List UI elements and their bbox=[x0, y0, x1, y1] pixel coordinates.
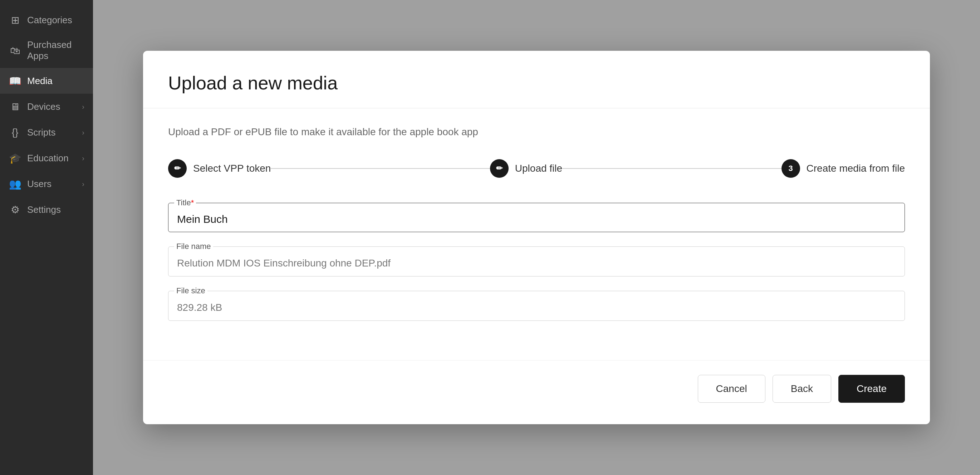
scripts-icon: {} bbox=[9, 126, 21, 139]
step-2-icon: ✏ bbox=[496, 164, 503, 173]
step-connector-1 bbox=[271, 168, 490, 169]
devices-chevron-icon: › bbox=[82, 103, 84, 111]
form-group-title: Title* bbox=[168, 203, 905, 232]
sidebar-label-categories: Categories bbox=[27, 15, 72, 26]
step-3-number: 3 bbox=[788, 164, 792, 173]
purchased-apps-icon: 🛍 bbox=[9, 44, 21, 57]
sidebar-item-scripts[interactable]: {} Scripts › bbox=[0, 119, 93, 145]
sidebar-label-media: Media bbox=[27, 75, 52, 87]
step-connector-2 bbox=[562, 168, 781, 169]
dialog-backdrop: Upload a new media Upload a PDF or ePUB … bbox=[93, 0, 980, 475]
step-2-label: Upload file bbox=[515, 163, 562, 174]
title-input[interactable] bbox=[177, 210, 896, 227]
back-button[interactable]: Back bbox=[773, 375, 831, 403]
step-2-circle: ✏ bbox=[490, 159, 509, 178]
sidebar-item-media[interactable]: 📖 Media bbox=[0, 68, 93, 94]
sidebar-label-devices: Devices bbox=[27, 101, 60, 112]
scripts-chevron-icon: › bbox=[82, 129, 84, 137]
modal-title: Upload a new media bbox=[168, 72, 905, 94]
media-icon: 📖 bbox=[9, 75, 21, 87]
filesize-label: File size bbox=[174, 286, 207, 295]
education-icon: 🎓 bbox=[9, 152, 21, 165]
devices-icon: 🖥 bbox=[9, 100, 21, 113]
cancel-button[interactable]: Cancel bbox=[698, 375, 765, 403]
title-required-marker: * bbox=[191, 198, 194, 207]
modal-footer: Cancel Back Create bbox=[143, 360, 930, 424]
step-3-label: Create media from file bbox=[807, 163, 905, 174]
modal-body: Upload a PDF or ePUB file to make it ava… bbox=[143, 108, 930, 353]
sidebar-label-settings: Settings bbox=[27, 204, 61, 215]
sidebar-item-categories[interactable]: ⊞ Categories bbox=[0, 7, 93, 33]
sidebar: ⊞ Categories 🛍 Purchased Apps 📖 Media 🖥 … bbox=[0, 0, 93, 475]
step-upload-file: ✏ Upload file bbox=[490, 159, 562, 178]
step-1-label: Select VPP token bbox=[193, 163, 271, 174]
users-chevron-icon: › bbox=[82, 180, 84, 188]
step-1-icon: ✏ bbox=[174, 164, 181, 173]
sidebar-item-users[interactable]: 👥 Users › bbox=[0, 171, 93, 197]
modal-upload-media: Upload a new media Upload a PDF or ePUB … bbox=[143, 51, 930, 424]
sidebar-item-education[interactable]: 🎓 Education › bbox=[0, 145, 93, 171]
sidebar-label-education: Education bbox=[27, 153, 69, 164]
filename-field-container: File name Relution MDM IOS Einschreibung… bbox=[168, 246, 905, 276]
sidebar-label-users: Users bbox=[27, 178, 51, 189]
title-field-container: Title* bbox=[168, 203, 905, 232]
step-1-circle: ✏ bbox=[168, 159, 187, 178]
modal-header: Upload a new media bbox=[143, 51, 930, 108]
settings-icon: ⚙ bbox=[9, 203, 21, 216]
filesize-value: 829.28 kB bbox=[177, 298, 896, 316]
filename-label: File name bbox=[174, 242, 213, 251]
title-label: Title* bbox=[174, 198, 196, 207]
form-group-filename: File name Relution MDM IOS Einschreibung… bbox=[168, 246, 905, 276]
sidebar-item-purchased-apps[interactable]: 🛍 Purchased Apps bbox=[0, 33, 93, 68]
form-group-filesize: File size 829.28 kB bbox=[168, 291, 905, 321]
step-select-vpp: ✏ Select VPP token bbox=[168, 159, 271, 178]
sidebar-label-scripts: Scripts bbox=[27, 127, 56, 138]
stepper: ✏ Select VPP token ✏ Upload file 3 bbox=[168, 159, 905, 178]
categories-icon: ⊞ bbox=[9, 14, 21, 27]
users-icon: 👥 bbox=[9, 177, 21, 190]
sidebar-label-purchased-apps: Purchased Apps bbox=[27, 39, 84, 62]
education-chevron-icon: › bbox=[82, 154, 84, 162]
sidebar-item-devices[interactable]: 🖥 Devices › bbox=[0, 94, 93, 119]
create-button[interactable]: Create bbox=[838, 375, 905, 403]
step-create-media: 3 Create media from file bbox=[781, 159, 905, 178]
filename-value: Relution MDM IOS Einschreibung ohne DEP.… bbox=[177, 254, 896, 271]
sidebar-item-settings[interactable]: ⚙ Settings bbox=[0, 197, 93, 222]
step-3-circle: 3 bbox=[781, 159, 800, 178]
filesize-field-container: File size 829.28 kB bbox=[168, 291, 905, 321]
modal-subtitle: Upload a PDF or ePUB file to make it ava… bbox=[168, 126, 905, 138]
